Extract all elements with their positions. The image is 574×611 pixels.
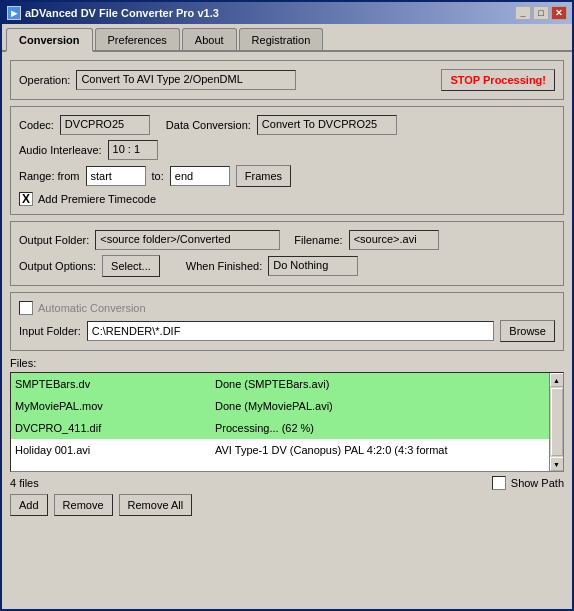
output-folder-value: <source folder>/Converted — [95, 230, 280, 250]
file-status: Done (MyMoviePAL.avi) — [215, 400, 559, 412]
premiere-timecode-checkbox[interactable]: X — [19, 192, 33, 206]
data-conversion-label: Data Conversion: — [166, 119, 251, 131]
close-button[interactable]: ✕ — [551, 6, 567, 20]
file-name: Holiday 001.avi — [15, 444, 215, 456]
tab-about[interactable]: About — [182, 28, 237, 50]
premiere-timecode-row: X Add Premiere Timecode — [19, 192, 555, 206]
filename-value: <source>.avi — [349, 230, 439, 250]
browse-button[interactable]: Browse — [500, 320, 555, 342]
file-list-item[interactable]: DVCPRO_411.dif Processing... (62 %) — [11, 417, 563, 439]
file-name: DVCPRO_411.dif — [15, 422, 215, 434]
show-path-checkbox[interactable] — [492, 476, 506, 490]
file-list[interactable]: SMPTEBars.dv Done (SMPTEBars.avi) MyMovi… — [10, 372, 564, 472]
output-folder-label: Output Folder: — [19, 234, 89, 246]
file-list-item[interactable]: Holiday 001.avi AVI Type-1 DV (Canopus) … — [11, 439, 563, 461]
main-window: ▶ aDVanced DV File Converter Pro v1.3 _ … — [0, 0, 574, 611]
scrollbar-up[interactable]: ▲ — [550, 373, 564, 387]
operation-row: Operation: Convert To AVI Type 2/OpenDML… — [19, 69, 555, 91]
codec-value: DVCPRO25 — [60, 115, 150, 135]
minimize-button[interactable]: _ — [515, 6, 531, 20]
file-list-item[interactable]: MyMoviePAL.mov Done (MyMoviePAL.avi) — [11, 395, 563, 417]
when-finished-label: When Finished: — [186, 260, 262, 272]
title-bar-left: ▶ aDVanced DV File Converter Pro v1.3 — [7, 6, 219, 20]
tab-registration[interactable]: Registration — [239, 28, 324, 50]
range-from-input[interactable] — [86, 166, 146, 186]
maximize-button[interactable]: □ — [533, 6, 549, 20]
input-folder-input[interactable] — [87, 321, 495, 341]
add-button[interactable]: Add — [10, 494, 48, 516]
do-nothing-value: Do Nothing — [268, 256, 358, 276]
output-options-row: Output Options: Select... When Finished:… — [19, 255, 555, 277]
bottom-row: 4 files Show Path — [10, 476, 564, 490]
show-path-row: Show Path — [492, 476, 564, 490]
files-label: Files: — [10, 357, 564, 369]
range-label: Range: from — [19, 170, 80, 182]
automatic-conversion-checkbox[interactable] — [19, 301, 33, 315]
file-name: MyMoviePAL.mov — [15, 400, 215, 412]
audio-interleave-value: 10 : 1 — [108, 140, 158, 160]
app-icon: ▶ — [7, 6, 21, 20]
bottom-buttons: Add Remove Remove All — [10, 494, 564, 516]
output-section: Output Folder: <source folder>/Converted… — [10, 221, 564, 286]
range-to-input[interactable] — [170, 166, 230, 186]
remove-all-button[interactable]: Remove All — [119, 494, 193, 516]
premiere-timecode-label: Add Premiere Timecode — [38, 193, 156, 205]
files-section: Files: SMPTEBars.dv Done (SMPTEBars.avi)… — [10, 357, 564, 516]
input-folder-label: Input Folder: — [19, 325, 81, 337]
file-status: AVI Type-1 DV (Canopus) PAL 4:2:0 (4:3 f… — [215, 444, 559, 456]
show-path-label: Show Path — [511, 477, 564, 489]
frames-button[interactable]: Frames — [236, 165, 291, 187]
automatic-conversion-label: Automatic Conversion — [38, 302, 146, 314]
title-bar: ▶ aDVanced DV File Converter Pro v1.3 _ … — [2, 2, 572, 24]
tab-conversion[interactable]: Conversion — [6, 28, 93, 52]
tabs-row: Conversion Preferences About Registratio… — [2, 24, 572, 52]
file-status: Done (SMPTEBars.avi) — [215, 378, 559, 390]
operation-value: Convert To AVI Type 2/OpenDML — [76, 70, 296, 90]
title-bar-buttons: _ □ ✕ — [515, 6, 567, 20]
file-status: Processing... (62 %) — [215, 422, 559, 434]
main-content: Operation: Convert To AVI Type 2/OpenDML… — [2, 52, 572, 609]
remove-button[interactable]: Remove — [54, 494, 113, 516]
operation-label: Operation: — [19, 74, 70, 86]
output-folder-row: Output Folder: <source folder>/Converted… — [19, 230, 555, 250]
conversion-section: Automatic Conversion Input Folder: Brows… — [10, 292, 564, 351]
codec-row: Codec: DVCPRO25 Data Conversion: Convert… — [19, 115, 555, 135]
audio-interleave-row: Audio Interleave: 10 : 1 — [19, 140, 555, 160]
range-to-label: to: — [152, 170, 164, 182]
file-list-item[interactable]: SMPTEBars.dv Done (SMPTEBars.avi) — [11, 373, 563, 395]
filename-label: Filename: — [294, 234, 342, 246]
file-name: SMPTEBars.dv — [15, 378, 215, 390]
file-count-label: 4 files — [10, 477, 39, 489]
select-button[interactable]: Select... — [102, 255, 160, 277]
scrollbar-down[interactable]: ▼ — [550, 457, 564, 471]
window-title: aDVanced DV File Converter Pro v1.3 — [25, 7, 219, 19]
scrollbar[interactable]: ▲ ▼ — [549, 373, 563, 471]
codec-section: Codec: DVCPRO25 Data Conversion: Convert… — [10, 106, 564, 215]
input-folder-row: Input Folder: Browse — [19, 320, 555, 342]
codec-label: Codec: — [19, 119, 54, 131]
range-row: Range: from to: Frames — [19, 165, 555, 187]
scrollbar-thumb[interactable] — [551, 388, 563, 456]
audio-interleave-label: Audio Interleave: — [19, 144, 102, 156]
tab-preferences[interactable]: Preferences — [95, 28, 180, 50]
automatic-conversion-row: Automatic Conversion — [19, 301, 555, 315]
operation-section: Operation: Convert To AVI Type 2/OpenDML… — [10, 60, 564, 100]
data-conversion-value: Convert To DVCPRO25 — [257, 115, 397, 135]
output-options-label: Output Options: — [19, 260, 96, 272]
stop-processing-button[interactable]: STOP Processing! — [441, 69, 555, 91]
